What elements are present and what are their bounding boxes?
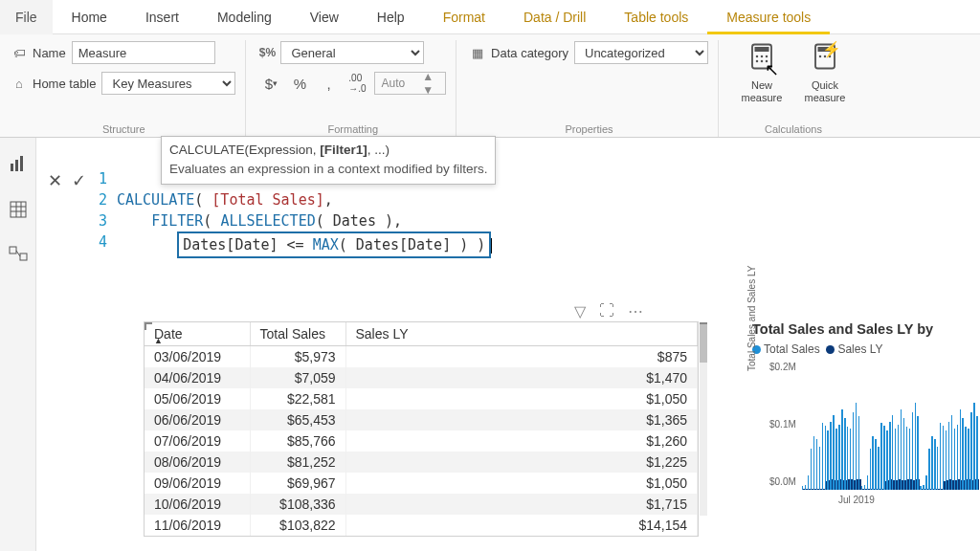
group-properties: ▦ Data category Uncategorized Properties	[466, 40, 719, 137]
model-view-button[interactable]	[6, 243, 31, 268]
table-row[interactable]: 03/06/2019$5,973$875	[145, 346, 698, 368]
table-row[interactable]: 07/06/2019$85,766$1,260	[145, 430, 698, 452]
tab-measuretools[interactable]: Measure tools	[707, 0, 830, 34]
table-row[interactable]: 05/06/2019$22,581$1,050	[145, 388, 698, 409]
svg-point-4	[766, 55, 768, 58]
table-row[interactable]: 11/06/2019$103,822$14,154	[145, 515, 698, 536]
col-date[interactable]: Date▲	[145, 322, 250, 346]
intellisense-tooltip: CALCULATE(Expression, [Filter1], ...) Ev…	[161, 136, 496, 185]
group-label-properties: Properties	[470, 120, 708, 135]
chart-ylabel: Total Sales and Sales LY	[746, 266, 757, 371]
hometable-select[interactable]: Key Measures	[101, 72, 235, 95]
tab-file[interactable]: File	[0, 0, 53, 34]
format-icon: $%	[259, 45, 275, 60]
group-structure: 🏷 Name ⌂ Home table Key Measures Structu…	[8, 40, 246, 137]
ytick: $0.0M	[769, 476, 796, 487]
group-label-structure: Structure	[11, 120, 235, 135]
decimals-spinner[interactable]: Auto ▲▼	[374, 72, 446, 95]
svg-rect-1	[755, 47, 769, 52]
table-visual[interactable]: Date▲ Total Sales Sales LY 03/06/2019$5,…	[144, 321, 699, 537]
tab-format[interactable]: Format	[424, 0, 504, 34]
tab-view[interactable]: View	[291, 0, 358, 34]
col-total-sales[interactable]: Total Sales	[250, 322, 345, 346]
svg-rect-14	[15, 160, 18, 171]
datacategory-select[interactable]: Uncategorized	[574, 41, 708, 64]
category-icon: ▦	[470, 45, 485, 60]
line-number: 2	[96, 189, 117, 210]
hometable-label: Home table	[33, 77, 96, 91]
tab-insert[interactable]: Insert	[126, 0, 198, 34]
table-row[interactable]: 09/06/2019$69,967$1,050	[145, 473, 698, 494]
view-rail	[0, 138, 36, 551]
name-input[interactable]	[72, 41, 215, 64]
currency-button[interactable]: $▾	[259, 72, 282, 95]
legend-dot-salesly	[826, 345, 835, 354]
svg-line-23	[16, 251, 20, 256]
more-options-icon[interactable]: ⋯	[628, 302, 643, 320]
thousands-button[interactable]: ,	[317, 72, 340, 95]
tag-icon: 🏷	[11, 45, 27, 60]
svg-point-6	[761, 60, 764, 63]
table-row[interactable]: 08/06/2019$81,252$1,225	[145, 452, 698, 473]
datacategory-label: Data category	[491, 46, 568, 60]
decimals-button[interactable]: .00→.0	[345, 72, 368, 95]
visual-header: ▽ ⛶ ⋯	[574, 302, 643, 320]
tab-home[interactable]: Home	[53, 0, 126, 34]
text-caret	[491, 238, 492, 253]
tab-modeling[interactable]: Modeling	[198, 0, 291, 34]
tab-datadrill[interactable]: Data / Drill	[504, 0, 605, 34]
chart-legend: Total Sales Sales LY	[752, 342, 980, 356]
name-label: Name	[33, 46, 66, 60]
line-number: 3	[96, 210, 117, 231]
home-icon: ⌂	[11, 76, 27, 91]
new-measure-label: New measure	[732, 79, 791, 103]
group-calculations: ↖ New measure ⚡ Quick measure Calculatio…	[728, 40, 864, 137]
data-view-button[interactable]	[6, 197, 31, 222]
chart-title: Total Sales and Sales LY by	[752, 321, 980, 337]
ytick: $0.1M	[769, 419, 796, 430]
sort-asc-icon: ▲	[154, 336, 163, 345]
chart-plot: Total Sales and Sales LY $0.2M $0.1M $0.…	[752, 362, 980, 505]
report-view-button[interactable]	[6, 151, 31, 176]
tab-tabletools[interactable]: Table tools	[605, 0, 707, 34]
tab-help[interactable]: Help	[358, 0, 424, 34]
svg-point-3	[761, 55, 764, 58]
svg-point-2	[756, 55, 759, 58]
ribbon-tabs: File Home Insert Modeling View Help Form…	[0, 0, 980, 34]
ytick: $0.2M	[769, 362, 796, 372]
quick-measure-label: Quick measure	[795, 79, 855, 103]
cancel-formula-button[interactable]: ✕	[48, 170, 62, 191]
svg-point-10	[819, 55, 822, 58]
table-row[interactable]: 06/06/2019$65,453$1,365	[145, 409, 698, 430]
group-formatting: $% General $▾ % , .00→.0 Auto ▲▼ Formatt…	[256, 40, 457, 137]
scrollbar[interactable]	[700, 324, 707, 516]
calculator-icon: ↖	[747, 42, 776, 77]
group-label-formatting: Formatting	[259, 120, 446, 135]
new-measure-button[interactable]: ↖ New measure	[732, 40, 791, 120]
format-select[interactable]: General	[280, 41, 424, 64]
calculator-lightning-icon: ⚡	[811, 42, 839, 77]
lightning-icon: ⚡	[822, 40, 841, 58]
svg-rect-21	[10, 247, 16, 253]
col-sales-ly[interactable]: Sales LY	[345, 322, 698, 346]
svg-rect-22	[20, 253, 27, 260]
table-row[interactable]: 04/06/2019$7,059$1,470	[145, 367, 698, 388]
highlight-box: Dates[Date] <= MAX( Dates[Date] ) )	[177, 231, 491, 258]
xtick: Jul 2019	[838, 495, 875, 505]
svg-rect-15	[20, 156, 23, 171]
chart-visual[interactable]: Total Sales and Sales LY by Total Sales …	[752, 321, 980, 532]
svg-point-5	[756, 60, 759, 63]
line-number: 1	[96, 168, 117, 189]
cursor-icon: ↖	[765, 59, 779, 80]
svg-rect-13	[11, 164, 13, 171]
table-row[interactable]: 10/06/2019$108,336$1,715	[145, 494, 698, 515]
group-label-calculations: Calculations	[732, 120, 855, 135]
ribbon-body: 🏷 Name ⌂ Home table Key Measures Structu…	[0, 34, 980, 138]
quick-measure-button[interactable]: ⚡ Quick measure	[795, 40, 855, 120]
focus-mode-icon[interactable]: ⛶	[599, 302, 614, 320]
filter-icon[interactable]: ▽	[574, 302, 586, 320]
percent-button[interactable]: %	[288, 72, 311, 95]
commit-formula-button[interactable]: ✓	[72, 170, 86, 191]
line-number: 4	[96, 231, 117, 258]
svg-rect-16	[11, 202, 26, 217]
